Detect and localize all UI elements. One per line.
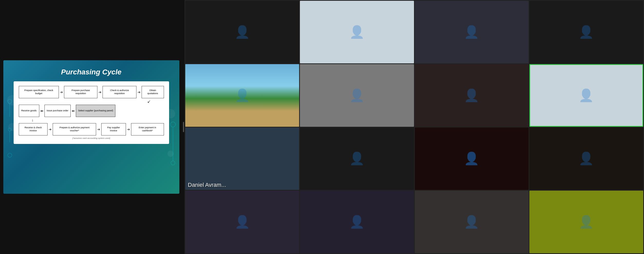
arrow-r2-2: ⬅ [72,109,75,113]
participant-cell-7: 👤 [415,64,529,127]
participant-avatar-15: 👤 [415,191,529,253]
divider-handle[interactable] [183,122,184,132]
flow-diagram: Prepare specification, check budget ➔ Pr… [14,81,169,144]
participant-cell-16: 👤 [529,191,643,253]
arrow-r2-1: ⬅ [40,109,43,113]
participant-avatar-5: 👤 [185,64,299,127]
box-receive-goods: Receive goods [19,105,39,117]
flow-row-3: Receive & check invoice ➔ Prepare & auth… [19,123,164,135]
participant-cell-12: 👤 [529,128,643,190]
participant-cell-13: 👤 [185,191,299,253]
participant-avatar-7: 👤 [415,64,529,127]
box-select-supplier: Select supplier (purchasing panel) [76,105,115,117]
svg-point-6 [171,161,175,165]
arrow-1: ➔ [60,90,63,94]
participant-cell-3: 👤 [415,1,529,63]
participant-cell-14: 👤 [300,191,414,253]
participant-cell-6: 👤 [300,64,414,127]
box-check-auth: Check & authorize requisition [103,86,136,98]
participant-cell-10: 👤 [300,128,414,190]
participant-cell-8: 👤 [529,64,643,127]
slide-title: Purchasing Cycle [14,68,169,76]
participant-cell-11: 👤 [415,128,529,190]
participant-avatar-11: 👤 [415,128,529,190]
presentation-area: Purchasing Cycle Prepare specification, … [0,0,182,254]
box-receive-invoice: Receive & check invoice [19,123,48,135]
video-grid: 👤 👤 👤 👤 👤 👤 👤 👤 Daniel Avram... 👤 👤 👤 👤 [185,0,644,254]
arrow-r3-3: ➔ [127,127,130,131]
slide: Purchasing Cycle Prepare specification, … [3,60,179,194]
participant-cell-5: 👤 [185,64,299,127]
participant-avatar-3: 👤 [415,1,529,63]
svg-point-4 [8,153,12,157]
box-pay-invoice: Pay supplier invoice [101,123,126,135]
participant-avatar-4: 👤 [529,1,643,63]
panel-divider[interactable] [182,0,185,254]
participant-avatar-8: 👤 [530,65,642,126]
arrow-r3-2: ➔ [97,127,100,131]
box-obtain-quot: Obtain quotations [142,86,164,98]
participant-avatar-2: 👤 [300,1,414,63]
participant-name-daniel: Daniel Avram... [188,182,226,188]
box-issue-po: Issue purchase order [44,105,71,117]
participant-cell-15: 👤 [415,191,529,253]
participant-avatar-1: 👤 [185,1,299,63]
participant-avatar-16: 👤 [529,191,643,253]
participant-avatar-14: 👤 [300,191,414,253]
diagram-footnote: [*assumes cash accounting system used] [19,137,164,139]
participant-avatar-6: 👤 [300,64,414,127]
arrow-2: ➔ [98,90,102,94]
participant-avatar-10: 👤 [300,128,414,190]
svg-point-0 [8,99,12,103]
flow-row-2: Receive goods ⬅ Issue purchase order ⬅ S… [19,105,164,117]
box-prepare-req: Prepare purchase requisition [64,86,97,98]
participant-cell-1: 👤 [185,1,299,63]
svg-point-5 [170,122,176,127]
box-prepare-payment: Prepare & authorize payment voucher* [53,123,96,135]
arrow-3: ➔ [137,90,141,94]
participant-avatar-12: 👤 [529,128,643,190]
participant-cell-9: Daniel Avram... [185,128,299,190]
flow-row-1: Prepare specification, check budget ➔ Pr… [19,86,164,98]
svg-point-2 [8,128,11,131]
box-enter-payment: Enter payment in cashbook* [131,123,164,135]
participant-cell-2: 👤 [300,1,414,63]
participant-avatar-13: 👤 [185,191,299,253]
arrow-r3-1: ➔ [49,127,52,131]
box-prepare-spec: Prepare specification, check budget [19,86,59,98]
participant-cell-4: 👤 [529,1,643,63]
